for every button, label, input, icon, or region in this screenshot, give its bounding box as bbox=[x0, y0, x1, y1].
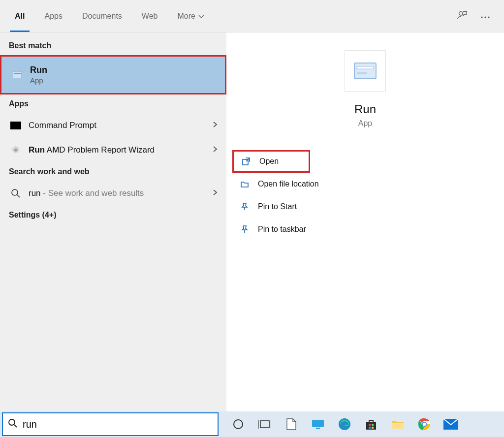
results-panel: Best match Run App Apps Command Prompt bbox=[0, 32, 226, 411]
microsoft-store-icon[interactable] bbox=[363, 416, 379, 432]
settings-gear-icon bbox=[9, 145, 23, 156]
search-header: All Apps Documents Web More bbox=[0, 0, 504, 32]
section-apps: Apps bbox=[0, 94, 226, 113]
svg-point-17 bbox=[234, 420, 243, 429]
filter-tabs: All Apps Documents Web More bbox=[5, 0, 214, 32]
best-match-result[interactable]: Run App bbox=[0, 55, 226, 94]
svg-rect-18 bbox=[260, 421, 269, 428]
action-label: Open file location bbox=[258, 180, 319, 188]
result-title: run - See work and web results bbox=[29, 188, 213, 198]
chevron-right-icon bbox=[213, 189, 218, 198]
tab-web[interactable]: Web bbox=[132, 0, 168, 32]
pin-icon bbox=[238, 202, 251, 211]
svg-point-3 bbox=[488, 16, 489, 18]
tab-label: All bbox=[15, 12, 25, 21]
action-pin-to-start[interactable]: Pin to Start bbox=[232, 195, 498, 218]
action-label: Pin to taskbar bbox=[258, 225, 306, 234]
chevron-right-icon bbox=[213, 121, 218, 130]
result-title: Command Prompt bbox=[29, 121, 213, 130]
preview-panel: Run App Open Open file location bbox=[226, 32, 504, 411]
svg-rect-4 bbox=[13, 71, 22, 78]
tab-more[interactable]: More bbox=[167, 0, 214, 32]
svg-line-8 bbox=[17, 195, 20, 197]
action-open-file-location[interactable]: Open file location bbox=[232, 173, 498, 195]
svg-rect-29 bbox=[392, 423, 404, 429]
svg-rect-26 bbox=[372, 424, 374, 426]
mail-icon[interactable] bbox=[443, 416, 459, 432]
open-icon bbox=[240, 157, 252, 166]
task-view-icon[interactable] bbox=[257, 416, 273, 432]
preview-actions: Open Open file location Pin to Start bbox=[226, 142, 504, 249]
file-explorer-icon[interactable] bbox=[390, 416, 406, 432]
action-pin-to-taskbar[interactable]: Pin to taskbar bbox=[232, 218, 498, 241]
result-web-search[interactable]: run - See work and web results bbox=[0, 181, 226, 206]
chevron-right-icon bbox=[213, 146, 218, 155]
more-options-icon[interactable] bbox=[480, 12, 490, 21]
monitor-icon[interactable] bbox=[310, 416, 326, 432]
chrome-browser-icon[interactable] bbox=[416, 416, 432, 432]
action-open[interactable]: Open bbox=[232, 150, 310, 173]
section-settings[interactable]: Settings (4+) bbox=[0, 206, 226, 224]
svg-point-7 bbox=[12, 189, 18, 195]
tab-all[interactable]: All bbox=[5, 0, 34, 32]
cortana-icon[interactable] bbox=[230, 416, 246, 432]
svg-rect-24 bbox=[366, 422, 376, 430]
svg-point-1 bbox=[481, 16, 482, 18]
tab-label: More bbox=[177, 12, 195, 21]
svg-rect-27 bbox=[369, 427, 371, 429]
run-app-icon bbox=[10, 71, 24, 78]
svg-rect-11 bbox=[357, 72, 367, 74]
tab-label: Documents bbox=[82, 12, 122, 21]
search-icon bbox=[8, 418, 18, 431]
result-title: Run bbox=[30, 65, 47, 75]
svg-rect-25 bbox=[369, 424, 371, 426]
taskbar-apps bbox=[219, 416, 504, 432]
svg-rect-21 bbox=[312, 420, 324, 427]
search-input[interactable] bbox=[23, 419, 213, 430]
edge-browser-icon[interactable] bbox=[337, 416, 352, 432]
svg-line-16 bbox=[14, 425, 17, 427]
preview-title: Run bbox=[354, 102, 376, 116]
svg-rect-9 bbox=[354, 63, 376, 79]
tab-label: Web bbox=[142, 12, 158, 21]
result-amd-wizard[interactable]: Run AMD Problem Report Wizard bbox=[0, 138, 226, 162]
chevron-down-icon bbox=[198, 12, 204, 21]
svg-point-0 bbox=[459, 11, 463, 15]
pin-icon bbox=[238, 225, 251, 234]
result-title: Run AMD Problem Report Wizard bbox=[29, 145, 213, 155]
preview-app-icon bbox=[345, 50, 386, 92]
svg-rect-28 bbox=[372, 427, 374, 429]
libreoffice-icon[interactable] bbox=[284, 416, 299, 432]
svg-rect-5 bbox=[14, 73, 21, 74]
svg-rect-10 bbox=[357, 66, 374, 69]
search-icon bbox=[9, 188, 23, 198]
svg-rect-22 bbox=[316, 428, 320, 429]
taskbar-search[interactable] bbox=[2, 412, 219, 436]
command-prompt-icon bbox=[9, 122, 23, 129]
tab-documents[interactable]: Documents bbox=[72, 0, 132, 32]
result-subtitle: App bbox=[30, 76, 47, 85]
section-best-match: Best match bbox=[0, 36, 226, 55]
svg-point-2 bbox=[484, 16, 486, 18]
tab-label: Apps bbox=[44, 12, 62, 21]
result-command-prompt[interactable]: Command Prompt bbox=[0, 113, 226, 138]
header-actions bbox=[457, 10, 499, 23]
taskbar bbox=[0, 411, 504, 437]
svg-point-15 bbox=[9, 419, 15, 425]
action-label: Open bbox=[259, 157, 279, 166]
tab-apps[interactable]: Apps bbox=[34, 0, 72, 32]
feedback-icon[interactable] bbox=[457, 10, 468, 23]
svg-point-32 bbox=[423, 423, 426, 426]
action-label: Pin to Start bbox=[258, 202, 297, 211]
preview-subtitle: App bbox=[358, 119, 372, 128]
folder-icon bbox=[238, 180, 251, 188]
section-work-web: Search work and web bbox=[0, 162, 226, 181]
